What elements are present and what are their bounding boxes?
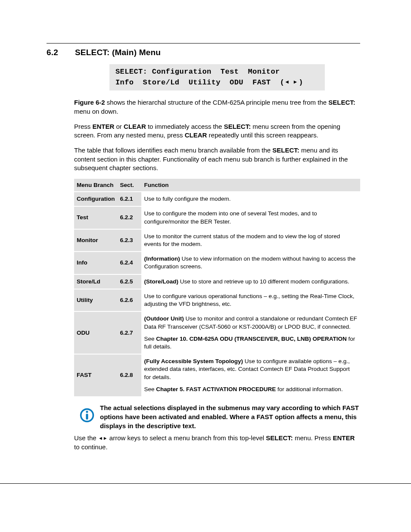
note-text: The actual selections displayed in the s…: [100, 403, 360, 430]
cell-function: Use to fully configure the modem.: [141, 192, 360, 206]
cell-branch: Info: [74, 252, 117, 274]
cell-sect: 6.2.6: [117, 289, 141, 311]
cell-branch: Monitor: [74, 229, 117, 252]
paragraph-1: Figure 6-2 shows the hierarchal structur…: [74, 98, 360, 116]
cell-branch: Store/Ld: [74, 274, 117, 289]
left-right-arrows-icon: ◄►: [98, 436, 108, 441]
col-header-sect: Sect.: [117, 179, 141, 192]
paragraph-2: Press ENTER or CLEAR to immediately acce…: [74, 122, 360, 140]
cell-function: (Information) Use to view information on…: [141, 252, 360, 274]
lcd-line-1: SELECT: Configuration Test Monitor: [115, 68, 280, 76]
cell-sect: 6.2.7: [117, 311, 141, 354]
paragraph-3: The table that follows identifies each m…: [74, 146, 360, 173]
cell-sect: 6.2.4: [117, 252, 141, 274]
document-page: 6.2SELECT: (Main) Menu SELECT: Configura…: [0, 0, 411, 484]
section-number: 6.2: [47, 48, 75, 57]
lcd-display: SELECT: Configuration Test Monitor Info …: [109, 64, 325, 90]
cell-branch: Configuration: [74, 192, 117, 206]
col-header-function: Function: [141, 179, 360, 192]
table-row: FAST 6.2.8 (Fully Accessible System Topo…: [74, 354, 360, 397]
col-header-branch: Menu Branch: [74, 179, 117, 192]
content-block: SELECT: Configuration Test Monitor Info …: [47, 64, 360, 430]
lcd-line-2a: Info Store/Ld Utility ODU FAST (: [115, 78, 284, 87]
rule-top: [47, 43, 360, 44]
table-row: ODU 6.2.7 (Outdoor Unit) Use to monitor …: [74, 311, 360, 354]
table-row: Info 6.2.4 (Information) Use to view inf…: [74, 252, 360, 274]
cell-sect: 6.2.5: [117, 274, 141, 289]
closing-paragraph: Use the ◄► arrow keys to select a menu b…: [47, 434, 360, 451]
cell-branch: FAST: [74, 354, 117, 397]
svg-rect-2: [86, 414, 88, 420]
cell-sect: 6.2.8: [117, 354, 141, 397]
table-row: Store/Ld 6.2.5 (Store/Load) Use to store…: [74, 274, 360, 289]
menu-branch-table: Menu Branch Sect. Function Configuration…: [74, 179, 360, 397]
info-icon: [74, 403, 100, 424]
cell-branch: Test: [74, 206, 117, 229]
table-row: Monitor 6.2.3 Use to monitor the current…: [74, 229, 360, 252]
table-row: Utility 6.2.6 Use to configure various o…: [74, 289, 360, 311]
section-heading: 6.2SELECT: (Main) Menu: [47, 48, 360, 57]
svg-point-1: [86, 411, 88, 413]
figure-ref: Figure 6-2: [74, 99, 105, 106]
table-row: Test 6.2.2 Use to configure the modem in…: [74, 206, 360, 229]
cell-function: (Store/Load) Use to store and retrieve u…: [141, 274, 360, 289]
table-header-row: Menu Branch Sect. Function: [74, 179, 360, 192]
cell-sect: 6.2.1: [117, 192, 141, 206]
cell-sect: 6.2.3: [117, 229, 141, 252]
cell-function: (Fully Accessible System Topology) Use t…: [141, 354, 360, 397]
cell-branch: ODU: [74, 311, 117, 354]
table-row: Configuration 6.2.1 Use to fully configu…: [74, 192, 360, 206]
cell-branch: Utility: [74, 289, 117, 311]
cell-function: Use to monitor the current status of the…: [141, 229, 360, 252]
note-block: The actual selections displayed in the s…: [74, 403, 360, 430]
cell-sect: 6.2.2: [117, 206, 141, 229]
cell-function: Use to configure various operational fun…: [141, 289, 360, 311]
cell-function: Use to configure the modem into one of s…: [141, 206, 360, 229]
section-title: SELECT: (Main) Menu: [75, 48, 161, 57]
cell-function: (Outdoor Unit) Use to monitor and contro…: [141, 311, 360, 354]
lcd-line-2b: ): [299, 78, 303, 87]
left-right-arrows-icon: ◄ ►: [284, 79, 299, 85]
